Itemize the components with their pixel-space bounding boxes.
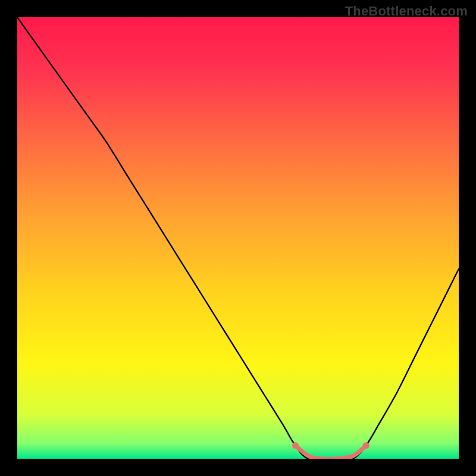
sweet-spot-end-dot bbox=[292, 442, 299, 449]
bottleneck-chart bbox=[17, 17, 459, 459]
watermark-text: TheBottleneck.com bbox=[345, 4, 468, 19]
chart-frame: TheBottleneck.com bbox=[0, 0, 476, 476]
chart-background bbox=[17, 17, 459, 459]
sweet-spot-end-dot bbox=[363, 442, 369, 449]
